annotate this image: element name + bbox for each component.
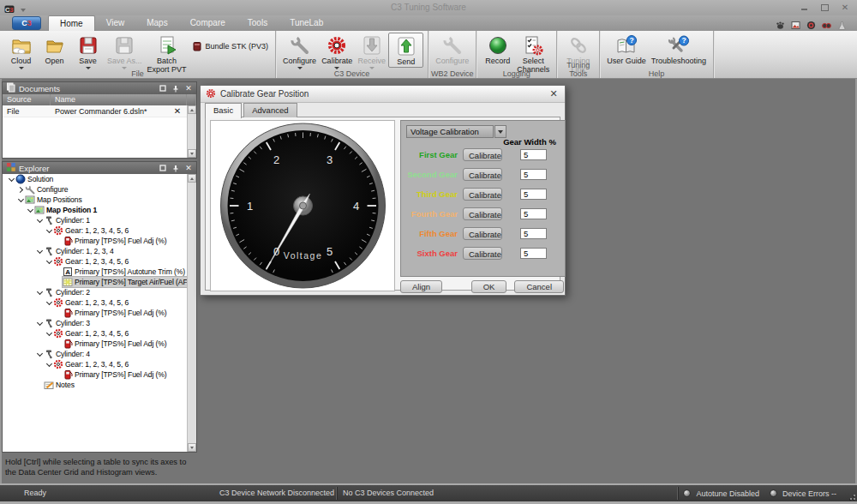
panel-pin-icon[interactable] xyxy=(171,84,180,93)
tree-item-solution[interactable]: Solution xyxy=(3,174,187,184)
calibrate-third-gear-button[interactable]: Calibrate xyxy=(463,188,502,201)
gear-width-input-second-gear[interactable] xyxy=(520,169,547,180)
documents-column-header[interactable]: Source Name xyxy=(3,94,196,105)
tree-item-gear-1-2-3-4-5-6[interactable]: Gear: 1, 2, 3, 4, 5, 6 xyxy=(3,359,187,369)
column-name[interactable]: Name xyxy=(51,94,187,105)
tree-item-primary-tps-fuel-adj[interactable]: Primary [TPS%] Fuel Adj (%) xyxy=(3,369,187,380)
panel-close-icon[interactable]: ✕ xyxy=(184,164,193,172)
tree-item-primary-tps-fuel-adj[interactable]: Primary [TPS%] Fuel Adj (%) xyxy=(3,339,187,349)
tree-item-map-position-1[interactable]: Map Position 1 xyxy=(3,205,187,215)
tree-expand-icon[interactable] xyxy=(8,178,15,181)
tree-item-gear-1-2-3-4-5-6[interactable]: Gear: 1, 2, 3, 4, 5, 6 xyxy=(3,297,187,308)
dialog-tab-advanced[interactable]: Advanced xyxy=(243,103,297,117)
gear-width-input-first-gear[interactable] xyxy=(520,149,547,160)
documents-scrollbar[interactable] xyxy=(187,105,196,158)
document-row[interactable]: FilePower Commander 6.dsln*✕ xyxy=(3,105,187,117)
tree-expand-icon[interactable] xyxy=(36,322,44,325)
batch-export-pvt-button[interactable]: Batch Export PVT xyxy=(145,33,189,75)
dialog-close-icon[interactable]: ✕ xyxy=(548,88,560,99)
calibration-mode-select[interactable]: Voltage Calibration xyxy=(406,125,494,138)
application-menu-button[interactable]: C3 xyxy=(12,16,41,30)
save-as-button[interactable]: Save As... xyxy=(105,33,145,70)
gear-width-input-sixth-gear[interactable] xyxy=(520,248,547,259)
tree-item-gear-1-2-3-4-5-6[interactable]: Gear: 1, 2, 3, 4, 5, 6 xyxy=(3,256,187,267)
gear-width-input-third-gear[interactable] xyxy=(520,189,547,200)
cancel-button[interactable]: Cancel xyxy=(514,280,564,293)
scroll-up-icon[interactable] xyxy=(188,105,196,114)
troubleshooting-button[interactable]: ?Troubleshooting xyxy=(649,33,709,66)
tree-item-gear-1-2-3-4-5-6[interactable]: Gear: 1, 2, 3, 4, 5, 6 xyxy=(3,225,187,236)
open-button[interactable]: Open xyxy=(38,33,71,66)
tree-item-map-positions[interactable]: Map Positions xyxy=(3,195,187,205)
user-guide-button[interactable]: ?User Guide xyxy=(604,33,649,66)
tree-item-cylinder-1-2-3-4[interactable]: Cylinder: 1, 2, 3, 4 xyxy=(3,246,187,256)
gear-width-input-fourth-gear[interactable] xyxy=(520,208,547,219)
tab-tools[interactable]: Tools xyxy=(237,15,279,31)
dialog-title-bar[interactable]: Calibrate Gear Position ✕ xyxy=(201,86,565,103)
bundle-stk-pv3-button[interactable]: Bundle STK (PV3) xyxy=(189,33,272,58)
record-button[interactable]: Record xyxy=(481,33,514,66)
tree-expand-icon[interactable] xyxy=(45,333,53,335)
send-button[interactable]: Send xyxy=(388,33,423,68)
tree-item-cylinder-3[interactable]: Cylinder: 3 xyxy=(3,318,187,328)
combo-dropdown-icon[interactable] xyxy=(494,125,506,138)
calibrate-fourth-gear-button[interactable]: Calibrate xyxy=(463,207,502,220)
tree-expand-icon[interactable] xyxy=(45,261,53,263)
tree-item-primary-tps-target-air-fuel-afr[interactable]: Primary [TPS%] Target Air/Fuel (AFR) xyxy=(3,277,187,287)
tree-item-cylinder-4[interactable]: Cylinder: 4 xyxy=(3,349,187,359)
calibrate-first-gear-button[interactable]: Calibrate xyxy=(463,148,502,161)
resize-grip[interactable] xyxy=(848,492,855,500)
column-source[interactable]: Source xyxy=(3,94,51,105)
maximize-button[interactable] xyxy=(819,3,830,12)
ok-button[interactable]: OK xyxy=(471,280,507,293)
tree-expand-icon[interactable] xyxy=(45,363,53,366)
panel-maximize-icon[interactable] xyxy=(159,84,167,93)
tree-item-configure[interactable]: Configure xyxy=(3,184,187,195)
align-button[interactable]: Align xyxy=(400,280,442,293)
gear-width-input-fifth-gear[interactable] xyxy=(520,228,547,239)
close-button[interactable]: ✕ xyxy=(840,3,850,12)
scroll-down-icon[interactable] xyxy=(188,443,196,452)
tab-maps[interactable]: Maps xyxy=(135,15,178,31)
calibrate-second-gear-button[interactable]: Calibrate xyxy=(463,168,502,181)
receive-button[interactable]: Receive xyxy=(355,33,388,70)
tree-expand-icon[interactable] xyxy=(36,291,44,294)
tree-expand-icon[interactable] xyxy=(45,302,53,304)
explorer-scrollbar[interactable] xyxy=(187,174,196,452)
tab-home[interactable]: Home xyxy=(48,15,95,31)
tree-item-cylinder-1[interactable]: Cylinder: 1 xyxy=(3,215,187,225)
dialog-tab-basic[interactable]: Basic xyxy=(205,103,242,118)
tree-item-primary-tps-fuel-adj[interactable]: Primary [TPS%] Fuel Adj (%) xyxy=(3,236,187,246)
panel-close-icon[interactable]: ✕ xyxy=(184,84,193,93)
tree-item-gear-1-2-3-4-5-6[interactable]: Gear: 1, 2, 3, 4, 5, 6 xyxy=(3,328,187,339)
tree-expand-icon[interactable] xyxy=(27,209,34,212)
tree-expand-icon[interactable] xyxy=(17,188,25,192)
scroll-up-icon[interactable] xyxy=(188,174,196,183)
tab-view[interactable]: View xyxy=(95,15,136,31)
document-close-icon[interactable]: ✕ xyxy=(168,106,187,116)
tree-item-cylinder-2[interactable]: Cylinder: 2 xyxy=(3,287,187,297)
configure-button[interactable]: Configure xyxy=(280,33,319,70)
calibrate-fifth-gear-button[interactable]: Calibrate xyxy=(463,227,502,240)
tree-item-primary-tps-fuel-adj[interactable]: Primary [TPS%] Fuel Adj (%) xyxy=(3,308,187,318)
tree-item-primary-tps-autotune-trim[interactable]: APrimary [TPS%] Autotune Trim (%) xyxy=(3,267,187,277)
minimize-button[interactable] xyxy=(799,3,809,12)
tree-expand-icon[interactable] xyxy=(36,353,44,356)
panel-pin-icon[interactable] xyxy=(171,164,180,172)
select-channels-button[interactable]: Select Channels xyxy=(514,33,552,75)
scroll-down-icon[interactable] xyxy=(188,149,196,158)
calibrate-sixth-gear-button[interactable]: Calibrate xyxy=(463,247,502,260)
cloud-button[interactable]: Cloud xyxy=(4,33,38,70)
explorer-panel-header[interactable]: Explorer ✕ xyxy=(3,162,196,174)
save-button[interactable]: Save xyxy=(71,33,105,70)
configure-button[interactable]: Configure xyxy=(433,33,471,66)
tab-tunelab[interactable]: TuneLab xyxy=(279,15,334,31)
tree-expand-icon[interactable] xyxy=(36,219,44,222)
documents-panel-header[interactable]: Documents ✕ xyxy=(3,82,196,94)
tab-compare[interactable]: Compare xyxy=(179,15,237,31)
calibrate-button[interactable]: Calibrate xyxy=(319,33,355,70)
tree-item-notes[interactable]: Notes xyxy=(3,380,187,390)
tree-expand-icon[interactable] xyxy=(36,250,44,253)
tree-expand-icon[interactable] xyxy=(17,199,25,201)
tree-expand-icon[interactable] xyxy=(45,230,53,232)
